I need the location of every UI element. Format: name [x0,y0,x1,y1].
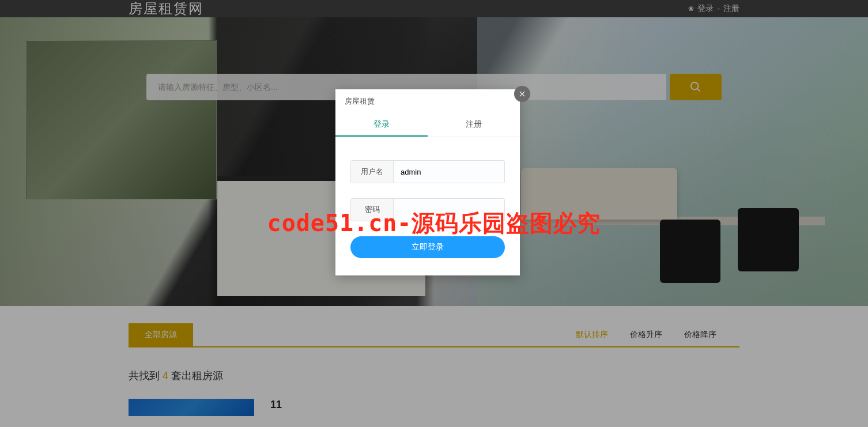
submit-login-button[interactable]: 立即登录 [350,236,505,258]
close-button[interactable] [514,86,530,102]
modal-tabs: 登录 注册 [335,112,520,137]
password-label: 密码 [351,199,394,221]
close-icon [518,90,526,98]
password-field-wrap: 密码 [350,198,505,221]
tab-register[interactable]: 注册 [428,112,520,137]
modal-body: 用户名 密码 立即登录 [335,137,520,275]
password-field[interactable] [394,199,504,221]
tab-login[interactable]: 登录 [335,112,428,137]
username-field[interactable] [394,161,504,183]
username-field-wrap: 用户名 [350,160,505,183]
login-modal: 房屋租赁 登录 注册 用户名 密码 立即登录 [335,89,520,275]
modal-title: 房屋租赁 [335,89,520,112]
username-label: 用户名 [351,161,394,183]
